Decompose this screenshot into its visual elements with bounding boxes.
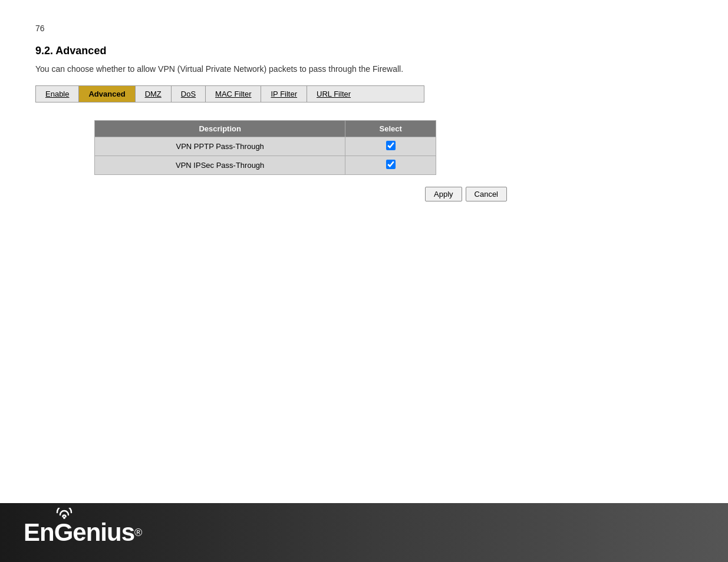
tab-ip-filter[interactable]: IP Filter [261,86,307,102]
button-row: Apply Cancel [71,187,507,201]
logo-text-2: Genius [54,518,134,546]
row2-select [345,156,436,175]
tab-mac-filter[interactable]: MAC Filter [206,86,261,102]
page-number: 76 [35,24,693,33]
tab-url-filter[interactable]: URL Filter [307,86,360,102]
logo-text: En [24,518,54,547]
row1-select [345,137,436,156]
row1-checkbox[interactable] [386,141,396,150]
row2-checkbox[interactable] [386,160,396,169]
col-header-description: Description [95,121,345,137]
wifi-icon [55,508,73,520]
cancel-button[interactable]: Cancel [466,187,507,201]
tab-dos[interactable]: DoS [172,86,206,102]
table-row: VPN IPSec Pass-Through [95,156,436,175]
logo-container: En Genius ® [24,518,142,547]
col-header-select: Select [345,121,436,137]
description-text: You can choose whether to allow VPN (Vir… [35,64,693,74]
vpn-table: Description Select VPN PPTP Pass-Through… [94,120,436,175]
tab-dmz[interactable]: DMZ [136,86,172,102]
row2-description: VPN IPSec Pass-Through [95,156,345,175]
tab-advanced[interactable]: Advanced [79,86,135,102]
table-row: VPN PPTP Pass-Through [95,137,436,156]
main-content: 76 9.2. Advanced You can choose whether … [0,0,728,201]
tab-enable[interactable]: Enable [36,86,79,102]
tab-bar: Enable Advanced DMZ DoS MAC Filter IP Fi… [35,85,424,103]
logo-registered: ® [134,527,142,539]
footer: En Genius ® [0,503,728,562]
row1-description: VPN PPTP Pass-Through [95,137,345,156]
svg-point-0 [63,517,65,519]
apply-button[interactable]: Apply [425,187,462,201]
section-title: 9.2. Advanced [35,45,693,57]
data-table-wrapper: Description Select VPN PPTP Pass-Through… [94,120,693,175]
